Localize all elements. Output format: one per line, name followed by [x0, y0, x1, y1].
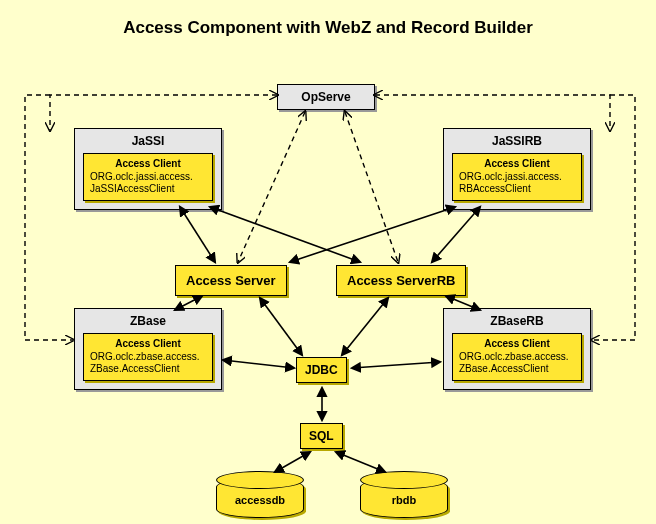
svg-line-14: [336, 452, 385, 472]
svg-line-0: [238, 112, 305, 262]
jassi-ac-label: Access Client: [90, 158, 206, 171]
zbase-label: ZBase: [75, 309, 221, 333]
zbaserb-label: ZBaseRB: [444, 309, 590, 333]
rbdb-label: rbdb: [392, 494, 416, 506]
svg-line-8: [260, 298, 302, 355]
jassirb-ac-line2: RBAccessClient: [459, 183, 531, 194]
zbase-box: ZBase Access Client ORG.oclc.zbase.acces…: [74, 308, 222, 390]
jassirb-ac-line1: ORG.oclc.jassi.access.: [459, 171, 562, 182]
svg-line-6: [210, 207, 360, 262]
accessdb-label: accessdb: [235, 494, 285, 506]
opserve-label: OpServe: [278, 85, 374, 109]
diagram-canvas: Access Component with WebZ and Record Bu…: [0, 0, 656, 524]
access-server-rb-label: Access ServerRB: [337, 266, 465, 295]
zbase-ac-line2: ZBase.AccessClient: [90, 363, 179, 374]
cylinder-top-icon: [216, 471, 304, 489]
jassi-label: JaSSI: [75, 129, 221, 153]
sql-label: SQL: [301, 424, 342, 448]
diagram-title: Access Component with WebZ and Record Bu…: [0, 18, 656, 38]
svg-line-7: [290, 207, 455, 262]
zbaserb-box: ZBaseRB Access Client ORG.oclc.zbase.acc…: [443, 308, 591, 390]
jdbc-label: JDBC: [297, 358, 346, 382]
zbase-ac-line1: ORG.oclc.zbase.access.: [90, 351, 199, 362]
svg-line-9: [342, 298, 388, 355]
jassirb-box: JaSSIRB Access Client ORG.oclc.jassi.acc…: [443, 128, 591, 210]
svg-line-10: [223, 360, 294, 368]
cylinder-top-icon: [360, 471, 448, 489]
jassi-access-client: Access Client ORG.oclc.jassi.access. JaS…: [83, 153, 213, 201]
access-server-rb-box: Access ServerRB: [336, 265, 466, 296]
accessdb-cylinder: accessdb: [216, 478, 302, 518]
sql-box: SQL: [300, 423, 343, 449]
zbaserb-ac-label: Access Client: [459, 338, 575, 351]
rbdb-cylinder: rbdb: [360, 478, 446, 518]
zbaserb-ac-line1: ORG.oclc.zbase.access.: [459, 351, 568, 362]
jassirb-label: JaSSIRB: [444, 129, 590, 153]
svg-line-3: [432, 207, 480, 262]
svg-line-13: [275, 452, 310, 472]
jassi-ac-line1: ORG.oclc.jassi.access.: [90, 171, 193, 182]
zbase-ac-label: Access Client: [90, 338, 206, 351]
svg-line-1: [345, 112, 398, 262]
jassi-box: JaSSI Access Client ORG.oclc.jassi.acces…: [74, 128, 222, 210]
jdbc-box: JDBC: [296, 357, 347, 383]
zbase-access-client: Access Client ORG.oclc.zbase.access. ZBa…: [83, 333, 213, 381]
jassirb-ac-label: Access Client: [459, 158, 575, 171]
jassi-ac-line2: JaSSIAccessClient: [90, 183, 174, 194]
access-server-box: Access Server: [175, 265, 287, 296]
svg-line-11: [352, 362, 440, 368]
zbaserb-ac-line2: ZBase.AccessClient: [459, 363, 548, 374]
opserve-box: OpServe: [277, 84, 375, 110]
svg-line-2: [180, 207, 215, 262]
zbaserb-access-client: Access Client ORG.oclc.zbase.access. ZBa…: [452, 333, 582, 381]
jassirb-access-client: Access Client ORG.oclc.jassi.access. RBA…: [452, 153, 582, 201]
access-server-label: Access Server: [176, 266, 286, 295]
